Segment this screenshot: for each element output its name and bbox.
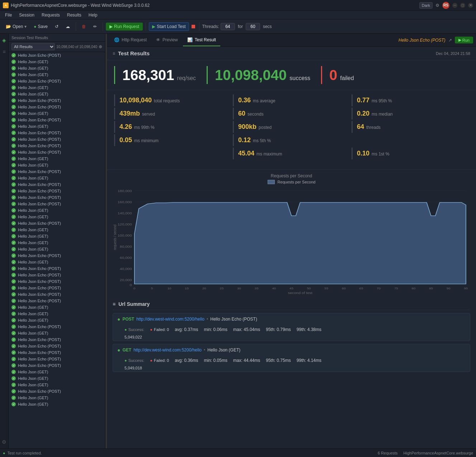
sidebar-list-item[interactable]: Hello Json (GET) bbox=[9, 227, 105, 233]
settings-icon[interactable]: ⚙ bbox=[435, 3, 439, 8]
get-url[interactable]: http://dev.west-wind.com:5200/hello bbox=[133, 348, 202, 353]
sidebar-list-item[interactable]: Hello Json (GET) bbox=[9, 162, 105, 168]
sidebar-list-item[interactable]: Hello Json (GET) bbox=[9, 175, 105, 181]
edit-button[interactable]: ✏ bbox=[90, 23, 100, 31]
menu-help[interactable]: Help bbox=[85, 12, 101, 18]
url-post-stats: ● Success: ● Failed: 0 avg: 0.37ms min: … bbox=[113, 325, 470, 335]
sidebar-list-item[interactable]: Hello Json (GET) bbox=[9, 246, 105, 252]
sidebar-list-item[interactable]: Hello Json Echo (POST) bbox=[9, 143, 105, 149]
current-request-name[interactable]: Hello Json Echo (POST) bbox=[399, 38, 446, 43]
sidebar-list-item[interactable]: Hello Json Echo (POST) bbox=[9, 298, 105, 304]
stat-min: 0.05 ms minimum bbox=[114, 134, 231, 146]
tab-preview[interactable]: 👁 Preview bbox=[152, 34, 182, 46]
sidebar-list-item[interactable]: Hello Json Echo (POST) bbox=[9, 97, 105, 104]
menu-session[interactable]: Session bbox=[15, 12, 38, 18]
sidebar-list-item[interactable]: Hello Json Echo (POST) bbox=[9, 220, 105, 227]
sidebar-list-item[interactable]: Hello Json (GET) bbox=[9, 239, 105, 246]
status-left: ● Test run completed. bbox=[3, 451, 42, 455]
maximize-button[interactable]: □ bbox=[460, 3, 465, 8]
sidebar-list-item[interactable]: Hello Json (GET) bbox=[9, 259, 105, 265]
sidebar-list-item[interactable]: Hello Json Echo (POST) bbox=[9, 272, 105, 278]
sidebar-list-item[interactable]: Hello Json (GET) bbox=[9, 91, 105, 97]
sidebar-list-item[interactable]: Hello Json Echo (POST) bbox=[9, 343, 105, 349]
sidebar-list-item[interactable]: Hello Json Echo (POST) bbox=[9, 201, 105, 207]
sidebar-list-item[interactable]: Hello Json Echo (POST) bbox=[9, 285, 105, 291]
sidebar-list-item[interactable]: Hello Json (GET) bbox=[9, 84, 105, 91]
sidebar-list-item[interactable]: Hello Json Echo (POST) bbox=[9, 181, 105, 188]
nav-results-icon[interactable]: ≡ bbox=[1, 48, 8, 55]
svg-text:35: 35 bbox=[255, 287, 259, 290]
stat-min-value: 0.05 bbox=[119, 136, 132, 144]
nav-requests-icon[interactable]: ◈ bbox=[1, 37, 8, 44]
sidebar-list-item[interactable]: Hello Json (GET) bbox=[9, 233, 105, 239]
nav-settings-icon[interactable]: ⚙ bbox=[1, 438, 8, 446]
stop-icon[interactable]: ⏹ bbox=[190, 23, 196, 30]
stat-median-value: 0.20 bbox=[357, 110, 369, 117]
sidebar-list-item[interactable]: Hello Json Echo (POST) bbox=[9, 104, 105, 110]
sidebar-list-item[interactable]: Hello Json (GET) bbox=[9, 330, 105, 336]
sidebar-list-item[interactable]: Hello Json Echo (POST) bbox=[9, 349, 105, 356]
cloud-button[interactable]: ☁ bbox=[63, 23, 73, 31]
sidebar-list-item[interactable]: Hello Json Echo (POST) bbox=[9, 336, 105, 343]
dark-mode-toggle[interactable]: Dark bbox=[419, 2, 433, 9]
run-request-button[interactable]: ▶ Run Request bbox=[106, 23, 143, 31]
sidebar-list-item[interactable]: Hello Json Echo (POST) bbox=[9, 356, 105, 362]
sidebar-list-item[interactable]: Hello Json Echo (POST) bbox=[9, 117, 105, 123]
sidebar-list-item[interactable]: Hello Json Echo (POST) bbox=[9, 188, 105, 194]
delete-button[interactable]: 🗑 bbox=[79, 23, 89, 31]
sidebar-list-item[interactable]: Hello Json (GET) bbox=[9, 65, 105, 71]
sidebar-list-item[interactable]: Hello Json (GET) bbox=[9, 110, 105, 117]
post-url[interactable]: http://dev.west-wind.com:5200/hello bbox=[136, 317, 204, 322]
item-status-circle bbox=[11, 370, 16, 374]
sidebar-list-item[interactable]: Hello Json (GET) bbox=[9, 401, 105, 407]
sidebar-list-item[interactable]: Hello Json (GET) bbox=[9, 59, 105, 65]
sidebar-list-item[interactable]: Hello Json (GET) bbox=[9, 311, 105, 317]
start-load-test-button[interactable]: ▶ Start Load Test bbox=[149, 22, 189, 31]
sidebar-list-item[interactable]: Hello Json Echo (POST) bbox=[9, 252, 105, 259]
sidebar-list-item[interactable]: Hello Json (GET) bbox=[9, 155, 105, 162]
sidebar-list-item[interactable]: Hello Json (GET) bbox=[9, 71, 105, 78]
results-filter-select[interactable]: All Results Success Failed bbox=[11, 43, 55, 50]
expand-icon[interactable]: ⊕ bbox=[99, 44, 102, 49]
item-status-circle bbox=[11, 111, 16, 116]
run-button[interactable]: ▶ Run bbox=[455, 37, 473, 43]
sidebar-list-item[interactable]: Hello Json (GET) bbox=[9, 382, 105, 388]
sidebar-list-item[interactable]: Hello Json (GET) bbox=[9, 123, 105, 130]
menu-file[interactable]: File bbox=[1, 12, 15, 18]
menu-results[interactable]: Results bbox=[63, 12, 85, 18]
sidebar-list-item[interactable]: Hello Json (GET) bbox=[9, 395, 105, 401]
sidebar-list-item[interactable]: Hello Json Echo (POST) bbox=[9, 168, 105, 175]
duration-input[interactable] bbox=[246, 23, 260, 30]
open-button[interactable]: 📂 Open ▾ bbox=[3, 23, 29, 31]
save-button[interactable]: ● Save bbox=[31, 23, 51, 31]
sidebar-list-item[interactable]: Hello Json Echo (POST) bbox=[9, 130, 105, 136]
sidebar-list-item[interactable]: Hello Json Echo (POST) bbox=[9, 78, 105, 84]
sidebar-list-item[interactable]: Hello Json Echo (POST) bbox=[9, 388, 105, 395]
item-status-circle bbox=[11, 331, 16, 335]
sidebar-list-item[interactable]: Hello Json Echo (POST) bbox=[9, 323, 105, 330]
sidebar-list-item[interactable]: Hello Json (GET) bbox=[9, 207, 105, 214]
sidebar-list-item[interactable]: Hello Json (GET) bbox=[9, 214, 105, 220]
sidebar-list-item[interactable]: Hello Json Echo (POST) bbox=[9, 52, 105, 59]
sidebar-list-item[interactable]: Hello Json Echo (POST) bbox=[9, 278, 105, 285]
sidebar-list-item[interactable]: Hello Json Echo (POST) bbox=[9, 362, 105, 369]
threads-input[interactable] bbox=[221, 23, 235, 30]
sidebar-list-item[interactable]: Hello Json Echo (POST) bbox=[9, 265, 105, 272]
sidebar-list-item[interactable]: Hello Json Echo (POST) bbox=[9, 136, 105, 143]
close-button[interactable]: ✕ bbox=[468, 3, 473, 8]
open-dropdown-icon[interactable]: ▾ bbox=[24, 24, 27, 29]
sidebar-list-item[interactable]: Hello Json (GET) bbox=[9, 317, 105, 323]
sidebar-list-item[interactable]: Hello Json Echo (POST) bbox=[9, 291, 105, 298]
sidebar-list-item[interactable]: Hello Json (GET) bbox=[9, 375, 105, 382]
minimize-button[interactable]: ─ bbox=[452, 3, 457, 8]
sidebar-list-item[interactable]: Hello Json (GET) bbox=[9, 304, 105, 311]
menu-requests[interactable]: Requests bbox=[38, 12, 63, 18]
external-link-icon[interactable]: ↗ bbox=[448, 38, 452, 43]
sidebar-list-item[interactable]: Hello Json Echo (POST) bbox=[9, 194, 105, 201]
tab-http-request[interactable]: 🌐 Http Request bbox=[110, 34, 151, 46]
sidebar-list-item[interactable]: Hello Json Echo (POST) bbox=[9, 149, 105, 155]
refresh-button[interactable]: ↺ bbox=[52, 23, 61, 31]
results-panel: ≡ Test Results Dec 04, 2024 21:58 168,30… bbox=[107, 47, 476, 448]
tab-test-result[interactable]: 📊 Test Result bbox=[183, 34, 220, 46]
sidebar-list-item[interactable]: Hello Json (GET) bbox=[9, 369, 105, 375]
